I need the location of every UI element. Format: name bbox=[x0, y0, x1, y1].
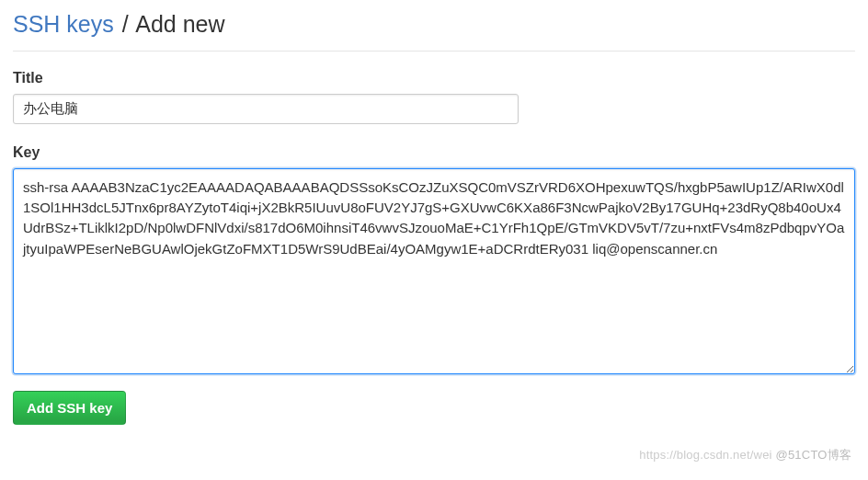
title-input[interactable] bbox=[13, 94, 519, 124]
key-label: Key bbox=[13, 144, 855, 161]
breadcrumb-separator: / bbox=[120, 11, 131, 37]
breadcrumb-current: Add new bbox=[135, 11, 224, 37]
title-label: Title bbox=[13, 70, 855, 86]
key-textarea[interactable] bbox=[13, 168, 855, 374]
ssh-keys-link[interactable]: SSH keys bbox=[13, 11, 114, 37]
page-title: SSH keys / Add new bbox=[13, 11, 855, 51]
add-ssh-key-button[interactable]: Add SSH key bbox=[13, 391, 126, 425]
